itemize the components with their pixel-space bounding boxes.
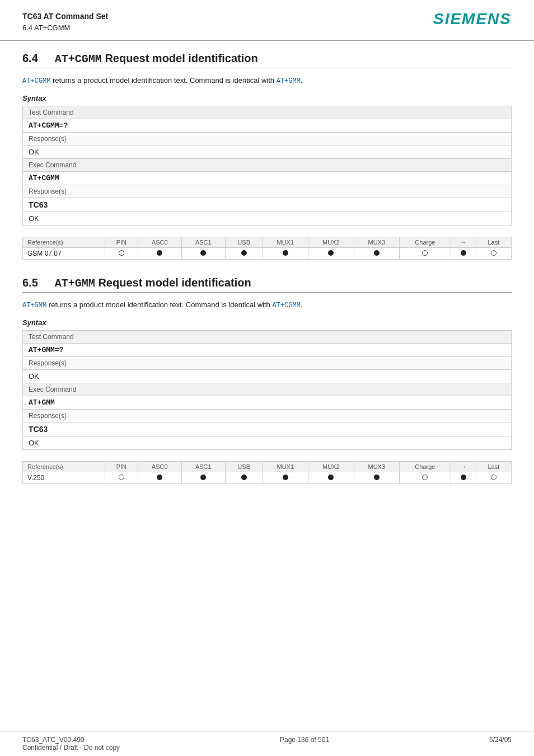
ref-mux2 — [308, 248, 354, 260]
circle-empty-icon — [491, 475, 496, 480]
footer-doc-id: TC63_ATC_V00.490 — [22, 736, 120, 744]
circle-empty-icon — [119, 475, 124, 480]
table-row: Test Command — [23, 106, 512, 119]
table-row: AT+CGMM=? — [23, 119, 512, 133]
ref-col-header-last: Last — [476, 237, 511, 248]
header-left: TC63 AT Command Set 6.4 AT+CGMM — [22, 10, 108, 34]
section-6-4-cmd: AT+CGMM — [55, 53, 102, 65]
cmd-table-6-4: Test Command AT+CGMM=? Response(s) OK Ex… — [22, 106, 512, 226]
section-6-4-number: 6.4 — [22, 52, 38, 65]
footer-confidential: Confidential / Draft - Do not copy — [22, 744, 120, 752]
ref-asc1 — [181, 248, 225, 260]
table-row: Reference(s) PIN ASC0 ASC1 USB MUX1 MUX2… — [23, 237, 512, 248]
ref-arrow-2 — [451, 472, 476, 484]
section-6-4-desc: AT+CGMM returns a product model identifi… — [22, 76, 512, 85]
ref-col-header-mux3: MUX3 — [354, 237, 400, 248]
ref-pin — [105, 248, 138, 260]
ref-usb-2 — [225, 472, 263, 484]
exec-response-label-2: Response(s) — [23, 410, 512, 422]
test-command-label-2: Test Command — [23, 331, 512, 344]
footer-page: Page 136 of 501 — [280, 736, 329, 752]
ref-col-header-arrow-2: → — [451, 462, 476, 472]
circle-empty-icon — [491, 250, 496, 256]
ref-col-header-last-2: Last — [476, 462, 511, 472]
at-cgmm-link[interactable]: AT+CGMM — [22, 77, 50, 85]
ref-col-header-mux3-2: MUX3 — [354, 462, 400, 472]
ref-col-header-charge: Charge — [400, 237, 451, 248]
ref-pin-2 — [105, 472, 138, 484]
circle-empty-icon — [119, 250, 124, 256]
table-row: Response(s) — [23, 410, 512, 422]
page-content: 6.4 AT+CGMM Request model identification… — [0, 41, 534, 534]
section-6-5-cmd: AT+GMM — [55, 277, 95, 290]
circle-filled-icon — [374, 475, 380, 480]
ref-col-header-0-2: Reference(s) — [23, 462, 105, 472]
section-6-5-desc: AT+GMM returns a product model identific… — [22, 300, 512, 309]
ref-arrow — [451, 248, 476, 260]
table-row: TC63 — [23, 198, 512, 212]
ref-usb — [225, 248, 263, 260]
exec-command-label: Exec Command — [23, 159, 512, 172]
ref-mux2-2 — [308, 472, 354, 484]
exec-command-label-2: Exec Command — [23, 383, 512, 396]
footer-left: TC63_ATC_V00.490 Confidential / Draft - … — [22, 736, 120, 752]
ref-asc0 — [138, 248, 181, 260]
ref-col-header-asc1: ASC1 — [181, 237, 225, 248]
exec-command-code-2: AT+GMM — [23, 396, 512, 410]
circle-filled-icon — [461, 250, 466, 256]
ref-col-header-asc1-2: ASC1 — [181, 462, 225, 472]
test-command-label: Test Command — [23, 106, 512, 119]
circle-filled-icon — [200, 475, 206, 480]
page-footer: TC63_ATC_V00.490 Confidential / Draft - … — [0, 731, 534, 756]
section-6-5: 6.5 AT+GMM Request model identification … — [22, 276, 512, 484]
ref-table-6-5: Reference(s) PIN ASC0 ASC1 USB MUX1 MUX2… — [22, 461, 512, 484]
ref-asc0-2 — [138, 472, 181, 484]
ref-col-header-asc0-2: ASC0 — [138, 462, 181, 472]
section-6-5-number: 6.5 — [22, 276, 38, 289]
circle-filled-icon — [157, 475, 162, 480]
circle-filled-icon — [241, 250, 247, 256]
circle-empty-icon — [422, 250, 428, 256]
ref-col-header-usb: USB — [225, 237, 263, 248]
table-row: Response(s) — [23, 133, 512, 145]
table-row: AT+GMM — [23, 396, 512, 410]
ref-col-header-0: Reference(s) — [23, 237, 105, 248]
ref-mux1-2 — [263, 472, 308, 484]
doc-subtitle: 6.4 AT+CGMM — [22, 22, 108, 34]
circle-filled-icon — [374, 250, 380, 256]
at-gmm-link-2[interactable]: AT+GMM — [22, 302, 46, 309]
footer-date: 5/24/05 — [489, 736, 512, 752]
circle-filled-icon — [241, 475, 247, 480]
table-row: V.250 — [23, 472, 512, 484]
ref-asc1-2 — [181, 472, 225, 484]
at-cgmm-link-2[interactable]: AT+CGMM — [272, 302, 300, 309]
syntax-label-6-5: Syntax — [22, 318, 512, 327]
section-6-4-heading: 6.4 AT+CGMM Request model identification — [22, 52, 512, 68]
ref-col-header-mux2-2: MUX2 — [308, 462, 354, 472]
ref-col-header-mux1-2: MUX1 — [263, 462, 308, 472]
ref-mux3 — [354, 248, 400, 260]
ref-col-header-pin: PIN — [105, 237, 138, 248]
circle-filled-icon — [461, 475, 466, 480]
table-row: OK — [23, 436, 512, 450]
table-row: OK — [23, 370, 512, 383]
at-gmm-link[interactable]: AT+GMM — [277, 77, 301, 85]
ref-col-header-pin-2: PIN — [105, 462, 138, 472]
test-command-code: AT+CGMM=? — [23, 119, 512, 133]
ref-col-header-charge-2: Charge — [400, 462, 451, 472]
ref-mux1 — [263, 248, 308, 260]
circle-filled-icon — [328, 250, 334, 256]
ref-label-6-5: V.250 — [23, 472, 105, 484]
exec-response-label: Response(s) — [23, 185, 512, 198]
ref-col-header-asc0: ASC0 — [138, 237, 181, 248]
exec-response-tc63: TC63 — [23, 198, 512, 212]
page-header: TC63 AT Command Set 6.4 AT+CGMM SIEMENS — [0, 0, 534, 41]
table-row: Response(s) — [23, 185, 512, 198]
response-label: Response(s) — [23, 133, 512, 145]
circle-filled-icon — [283, 250, 288, 256]
table-row: OK — [23, 212, 512, 226]
table-row: OK — [23, 145, 512, 159]
siemens-logo: SIEMENS — [433, 10, 512, 28]
exec-response-ok: OK — [23, 212, 512, 226]
ref-col-header-usb-2: USB — [225, 462, 263, 472]
